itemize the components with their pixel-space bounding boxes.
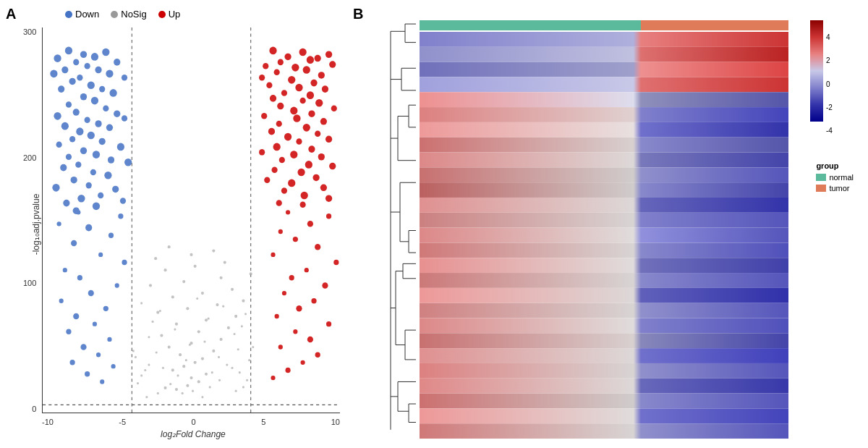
- svg-point-165: [285, 368, 290, 373]
- dendrogram-svg: [387, 20, 420, 441]
- svg-point-158: [98, 193, 103, 199]
- svg-point-85: [85, 371, 90, 376]
- svg-point-126: [109, 89, 116, 97]
- svg-point-161: [120, 198, 126, 204]
- svg-point-218: [320, 118, 327, 125]
- svg-point-212: [277, 103, 284, 110]
- svg-point-99: [63, 268, 67, 272]
- svg-point-234: [271, 167, 277, 174]
- nosig-dot: [111, 11, 118, 18]
- svg-rect-296: [420, 213, 788, 228]
- heatmap-right: MMP9 E2F7 E2F2 S100A1 SERPINE2 LEF1 FABP…: [420, 20, 788, 441]
- svg-rect-308: [420, 394, 788, 409]
- svg-point-81: [135, 356, 137, 358]
- svg-point-203: [310, 80, 317, 87]
- colorbar-area: 4 2 0 -2 -4 group normal tumor: [810, 20, 861, 441]
- svg-rect-310: [420, 423, 788, 439]
- svg-rect-297: [420, 228, 788, 243]
- svg-point-75: [140, 374, 142, 376]
- svg-point-102: [71, 240, 77, 247]
- svg-rect-305: [420, 348, 788, 363]
- svg-point-91: [66, 329, 71, 334]
- svg-point-19: [197, 330, 200, 333]
- svg-point-42: [201, 396, 203, 398]
- svg-point-30: [231, 288, 234, 291]
- svg-point-135: [61, 122, 69, 130]
- svg-point-172: [275, 314, 279, 318]
- up-label: Up: [169, 9, 181, 20]
- svg-point-28: [171, 295, 174, 298]
- svg-point-112: [73, 59, 79, 66]
- svg-point-154: [71, 177, 77, 184]
- colorbar-ticks: 4 2 0 -2 -4: [826, 33, 833, 135]
- svg-point-36: [194, 265, 197, 268]
- volcano-plot: [42, 28, 340, 413]
- svg-point-237: [264, 177, 270, 183]
- svg-point-239: [320, 185, 327, 192]
- svg-point-221: [268, 128, 275, 135]
- svg-rect-302: [420, 303, 788, 318]
- svg-point-73: [137, 382, 139, 384]
- svg-point-106: [118, 214, 123, 219]
- svg-point-168: [278, 345, 283, 349]
- dendrogram-left: [387, 20, 420, 441]
- svg-point-116: [114, 59, 120, 66]
- svg-point-23: [234, 315, 237, 318]
- svg-point-18: [160, 334, 163, 337]
- volcano-svg: [43, 28, 340, 413]
- panel-b: B: [347, 0, 868, 448]
- svg-point-104: [85, 224, 92, 232]
- svg-point-44: [192, 390, 194, 392]
- svg-point-140: [69, 136, 75, 143]
- svg-point-80: [248, 359, 250, 361]
- svg-point-93: [73, 313, 79, 320]
- svg-point-50: [162, 367, 164, 369]
- svg-point-58: [148, 336, 150, 338]
- svg-point-151: [60, 164, 67, 172]
- svg-point-48: [176, 374, 179, 376]
- svg-point-4: [186, 384, 189, 387]
- svg-point-120: [106, 70, 113, 78]
- svg-point-229: [290, 151, 297, 159]
- svg-point-101: [98, 253, 103, 257]
- svg-point-86: [111, 364, 116, 368]
- svg-point-45: [209, 386, 211, 388]
- svg-point-193: [307, 56, 314, 64]
- svg-point-95: [59, 299, 64, 303]
- svg-point-201: [259, 75, 265, 81]
- svg-point-226: [273, 143, 281, 151]
- svg-point-138: [76, 127, 83, 135]
- svg-point-59: [234, 333, 236, 335]
- svg-point-96: [88, 290, 94, 297]
- svg-point-143: [56, 141, 61, 148]
- svg-point-210: [300, 98, 306, 104]
- svg-point-15: [168, 345, 171, 348]
- svg-point-175: [282, 291, 286, 295]
- svg-point-20: [227, 326, 230, 329]
- svg-point-22: [205, 318, 208, 321]
- svg-point-98: [77, 275, 82, 280]
- svg-point-157: [112, 186, 119, 193]
- svg-point-197: [329, 61, 336, 68]
- svg-point-228: [259, 149, 265, 156]
- svg-rect-304: [420, 333, 788, 348]
- svg-point-199: [303, 66, 310, 74]
- svg-point-9: [171, 368, 174, 371]
- svg-point-49: [211, 371, 213, 373]
- svg-point-24: [156, 311, 159, 314]
- svg-point-192: [278, 59, 284, 66]
- svg-point-191: [315, 55, 321, 62]
- svg-point-78: [231, 367, 233, 369]
- svg-point-61: [241, 325, 243, 327]
- svg-point-146: [66, 153, 72, 160]
- svg-rect-309: [420, 408, 788, 423]
- svg-point-105: [57, 221, 61, 226]
- svg-point-173: [296, 305, 302, 312]
- svg-point-147: [93, 151, 100, 159]
- svg-point-31: [149, 284, 152, 287]
- svg-point-111: [91, 53, 98, 61]
- svg-point-204: [266, 83, 272, 89]
- svg-point-7: [190, 376, 192, 379]
- svg-point-117: [50, 70, 57, 78]
- svg-point-207: [281, 90, 287, 96]
